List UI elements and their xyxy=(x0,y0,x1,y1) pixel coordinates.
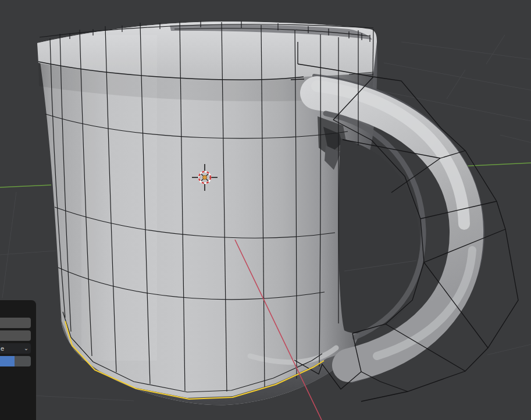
operator-slider[interactable] xyxy=(0,356,31,366)
operator-slider-fill xyxy=(0,356,15,366)
body-highlight xyxy=(81,35,157,361)
3d-viewport[interactable] xyxy=(0,0,531,420)
operator-value-field-1[interactable] xyxy=(0,318,31,328)
blender-window: e ⌄ xyxy=(0,0,531,420)
operator-value-field-2[interactable] xyxy=(0,330,31,341)
operator-redo-panel: e ⌄ xyxy=(0,300,36,420)
operator-dropdown-label: e xyxy=(0,343,22,354)
origin-point xyxy=(203,176,207,180)
chevron-down-icon: ⌄ xyxy=(22,343,31,354)
operator-dropdown[interactable]: e ⌄ xyxy=(0,343,31,354)
